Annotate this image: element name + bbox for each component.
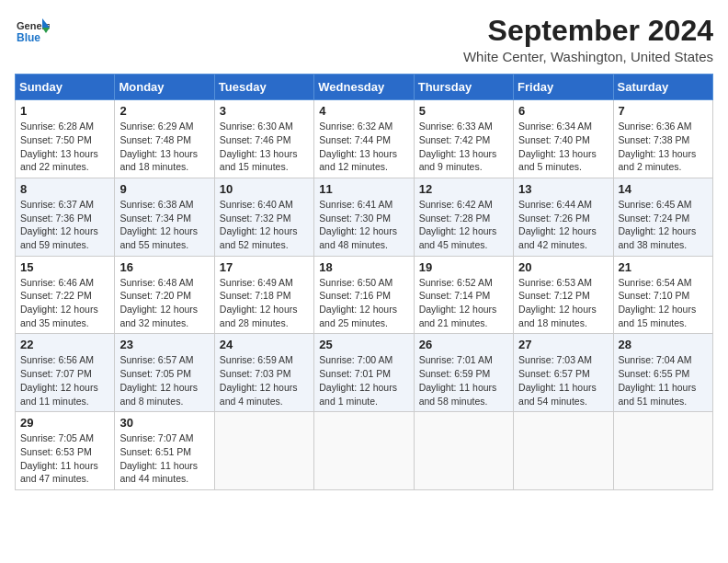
day-number: 2 (119, 104, 209, 118)
day-info: Sunrise: 6:42 AM Sunset: 7:28 PM Dayligh… (419, 198, 508, 252)
calendar-week-row: 15Sunrise: 6:46 AM Sunset: 7:22 PM Dayli… (16, 256, 713, 334)
day-info: Sunrise: 6:37 AM Sunset: 7:36 PM Dayligh… (20, 198, 109, 252)
day-info: Sunrise: 6:29 AM Sunset: 7:48 PM Dayligh… (119, 120, 209, 174)
day-number: 7 (619, 104, 708, 118)
calendar-cell: 5Sunrise: 6:33 AM Sunset: 7:42 PM Daylig… (414, 100, 513, 178)
calendar-cell: 23Sunrise: 6:57 AM Sunset: 7:05 PM Dayli… (115, 334, 214, 412)
calendar-week-row: 1Sunrise: 6:28 AM Sunset: 7:50 PM Daylig… (16, 100, 713, 178)
calendar-table: SundayMondayTuesdayWednesdayThursdayFrid… (15, 74, 713, 490)
calendar-cell: 27Sunrise: 7:03 AM Sunset: 6:57 PM Dayli… (514, 334, 613, 412)
svg-text:Blue: Blue (17, 31, 40, 44)
day-number: 13 (518, 182, 608, 196)
calendar-cell: 3Sunrise: 6:30 AM Sunset: 7:46 PM Daylig… (214, 100, 313, 178)
day-number: 12 (419, 182, 508, 196)
day-info: Sunrise: 6:44 AM Sunset: 7:26 PM Dayligh… (518, 198, 608, 252)
day-number: 27 (518, 338, 608, 351)
calendar-cell (214, 412, 313, 490)
day-number: 20 (518, 260, 608, 274)
calendar-cell: 25Sunrise: 7:00 AM Sunset: 7:01 PM Dayli… (314, 334, 414, 412)
day-number: 21 (619, 260, 708, 274)
calendar-cell (514, 412, 613, 490)
logo: General Blue (15, 15, 50, 50)
calendar-cell: 10Sunrise: 6:40 AM Sunset: 7:32 PM Dayli… (214, 178, 313, 256)
day-number: 8 (20, 182, 109, 196)
day-info: Sunrise: 6:52 AM Sunset: 7:14 PM Dayligh… (419, 276, 508, 330)
calendar-cell (414, 412, 513, 490)
calendar-cell: 28Sunrise: 7:04 AM Sunset: 6:55 PM Dayli… (613, 334, 712, 412)
calendar-cell: 20Sunrise: 6:53 AM Sunset: 7:12 PM Dayli… (514, 256, 613, 334)
day-info: Sunrise: 6:36 AM Sunset: 7:38 PM Dayligh… (619, 120, 708, 174)
day-info: Sunrise: 6:53 AM Sunset: 7:12 PM Dayligh… (518, 276, 608, 330)
day-info: Sunrise: 6:59 AM Sunset: 7:03 PM Dayligh… (220, 353, 309, 408)
day-info: Sunrise: 6:33 AM Sunset: 7:42 PM Dayligh… (419, 120, 508, 174)
calendar-cell: 7Sunrise: 6:36 AM Sunset: 7:38 PM Daylig… (613, 100, 712, 178)
day-info: Sunrise: 6:34 AM Sunset: 7:40 PM Dayligh… (518, 120, 608, 174)
calendar-week-row: 22Sunrise: 6:56 AM Sunset: 7:07 PM Dayli… (16, 334, 713, 412)
title-area: September 2024 White Center, Washington,… (463, 15, 713, 64)
day-number: 16 (119, 260, 209, 274)
weekday-header-friday: Friday (514, 75, 613, 100)
day-info: Sunrise: 6:30 AM Sunset: 7:46 PM Dayligh… (220, 120, 309, 174)
day-info: Sunrise: 7:03 AM Sunset: 6:57 PM Dayligh… (518, 353, 608, 408)
weekday-header-sunday: Sunday (16, 75, 115, 100)
day-number: 5 (419, 104, 508, 118)
day-number: 23 (119, 338, 209, 351)
day-number: 1 (20, 104, 109, 118)
calendar-cell: 4Sunrise: 6:32 AM Sunset: 7:44 PM Daylig… (314, 100, 414, 178)
day-info: Sunrise: 6:57 AM Sunset: 7:05 PM Dayligh… (119, 353, 209, 408)
day-info: Sunrise: 6:28 AM Sunset: 7:50 PM Dayligh… (20, 120, 109, 174)
day-number: 22 (20, 338, 109, 351)
day-number: 10 (220, 182, 309, 196)
weekday-header-thursday: Thursday (414, 75, 513, 100)
day-info: Sunrise: 6:41 AM Sunset: 7:30 PM Dayligh… (319, 198, 408, 252)
day-number: 18 (319, 260, 408, 274)
calendar-body: 1Sunrise: 6:28 AM Sunset: 7:50 PM Daylig… (16, 100, 713, 490)
day-number: 30 (119, 416, 209, 430)
day-info: Sunrise: 7:00 AM Sunset: 7:01 PM Dayligh… (319, 353, 408, 408)
day-info: Sunrise: 6:32 AM Sunset: 7:44 PM Dayligh… (319, 120, 408, 174)
day-info: Sunrise: 7:04 AM Sunset: 6:55 PM Dayligh… (619, 353, 708, 408)
day-info: Sunrise: 6:54 AM Sunset: 7:10 PM Dayligh… (619, 276, 708, 330)
calendar-cell: 30Sunrise: 7:07 AM Sunset: 6:51 PM Dayli… (115, 412, 214, 490)
page-header: General Blue September 2024 White Center… (15, 15, 713, 64)
day-number: 24 (220, 338, 309, 351)
calendar-cell: 15Sunrise: 6:46 AM Sunset: 7:22 PM Dayli… (16, 256, 115, 334)
day-number: 29 (20, 416, 109, 430)
calendar-week-row: 29Sunrise: 7:05 AM Sunset: 6:53 PM Dayli… (16, 412, 713, 490)
calendar-cell: 14Sunrise: 6:45 AM Sunset: 7:24 PM Dayli… (613, 178, 712, 256)
day-number: 14 (619, 182, 708, 196)
weekday-header-row: SundayMondayTuesdayWednesdayThursdayFrid… (16, 75, 713, 100)
calendar-cell (613, 412, 712, 490)
weekday-header-saturday: Saturday (613, 75, 712, 100)
calendar-cell: 2Sunrise: 6:29 AM Sunset: 7:48 PM Daylig… (115, 100, 214, 178)
calendar-cell: 8Sunrise: 6:37 AM Sunset: 7:36 PM Daylig… (16, 178, 115, 256)
day-number: 25 (319, 338, 408, 351)
general-blue-icon: General Blue (15, 15, 50, 50)
calendar-cell: 24Sunrise: 6:59 AM Sunset: 7:03 PM Dayli… (214, 334, 313, 412)
day-info: Sunrise: 7:07 AM Sunset: 6:51 PM Dayligh… (119, 431, 209, 486)
calendar-cell: 26Sunrise: 7:01 AM Sunset: 6:59 PM Dayli… (414, 334, 513, 412)
day-number: 15 (20, 260, 109, 274)
calendar-cell: 13Sunrise: 6:44 AM Sunset: 7:26 PM Dayli… (514, 178, 613, 256)
day-info: Sunrise: 6:49 AM Sunset: 7:18 PM Dayligh… (220, 276, 309, 330)
day-info: Sunrise: 6:48 AM Sunset: 7:20 PM Dayligh… (119, 276, 209, 330)
calendar-cell: 12Sunrise: 6:42 AM Sunset: 7:28 PM Dayli… (414, 178, 513, 256)
day-number: 19 (419, 260, 508, 274)
calendar-cell: 9Sunrise: 6:38 AM Sunset: 7:34 PM Daylig… (115, 178, 214, 256)
day-info: Sunrise: 6:50 AM Sunset: 7:16 PM Dayligh… (319, 276, 408, 330)
calendar-cell: 17Sunrise: 6:49 AM Sunset: 7:18 PM Dayli… (214, 256, 313, 334)
day-number: 6 (518, 104, 608, 118)
weekday-header-tuesday: Tuesday (214, 75, 313, 100)
calendar-cell: 19Sunrise: 6:52 AM Sunset: 7:14 PM Dayli… (414, 256, 513, 334)
month-title: September 2024 (463, 15, 713, 47)
day-info: Sunrise: 6:40 AM Sunset: 7:32 PM Dayligh… (220, 198, 309, 252)
calendar-cell: 21Sunrise: 6:54 AM Sunset: 7:10 PM Dayli… (613, 256, 712, 334)
calendar-cell: 22Sunrise: 6:56 AM Sunset: 7:07 PM Dayli… (16, 334, 115, 412)
day-info: Sunrise: 7:05 AM Sunset: 6:53 PM Dayligh… (20, 431, 109, 486)
calendar-cell: 18Sunrise: 6:50 AM Sunset: 7:16 PM Dayli… (314, 256, 414, 334)
day-number: 3 (220, 104, 309, 118)
calendar-cell: 29Sunrise: 7:05 AM Sunset: 6:53 PM Dayli… (16, 412, 115, 490)
calendar-cell: 11Sunrise: 6:41 AM Sunset: 7:30 PM Dayli… (314, 178, 414, 256)
day-number: 11 (319, 182, 408, 196)
day-info: Sunrise: 7:01 AM Sunset: 6:59 PM Dayligh… (419, 353, 508, 408)
